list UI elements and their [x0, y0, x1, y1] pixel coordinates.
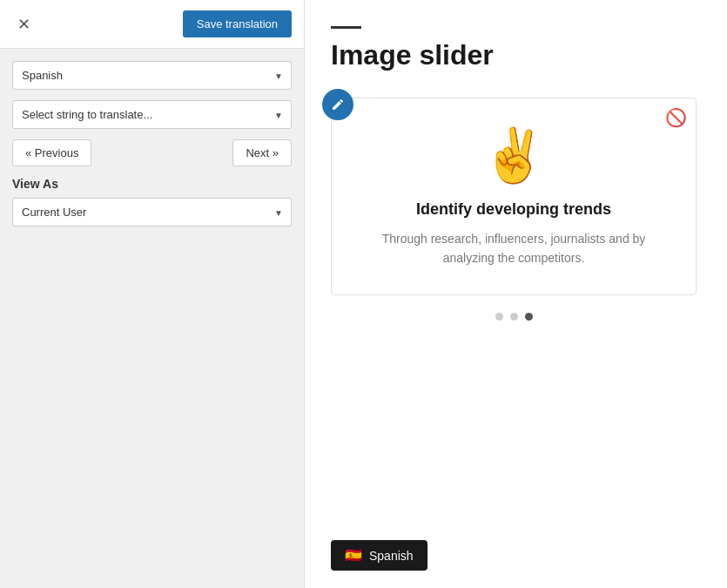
close-button[interactable]: ✕	[12, 13, 36, 36]
string-select[interactable]: Select string to translate...	[12, 100, 292, 129]
no-entry-icon: 🚫	[665, 107, 687, 128]
page-title: Image slider	[331, 39, 701, 71]
language-badge: 🇪🇸 Spanish	[331, 540, 427, 571]
string-select-wrapper: Select string to translate...	[12, 100, 292, 129]
view-as-select[interactable]: Current User Administrator Guest	[12, 198, 292, 226]
slider-container: 🚫 ✌️ Identify developing trends Through …	[331, 98, 697, 321]
top-bar: ✕ Save translation	[0, 0, 304, 49]
dot-1[interactable]	[495, 313, 503, 321]
dot-2[interactable]	[510, 313, 518, 321]
right-panel: Image slider 🚫 ✌️ Identify developing tr…	[305, 0, 727, 588]
edit-slider-button[interactable]	[322, 89, 353, 120]
language-badge-label: Spanish	[369, 549, 414, 563]
flag-icon: 🇪🇸	[345, 547, 362, 564]
view-as-section: View As Current User Administrator Guest	[12, 177, 292, 226]
language-select-wrapper: Spanish French German Italian	[12, 61, 292, 90]
slider-dots	[331, 313, 697, 321]
slide-emoji: ✌️	[367, 125, 661, 186]
slider-card: 🚫 ✌️ Identify developing trends Through …	[331, 98, 697, 295]
language-select[interactable]: Spanish French German Italian	[12, 61, 292, 90]
next-button[interactable]: Next »	[232, 139, 292, 166]
panel-body: Spanish French German Italian Select str…	[0, 49, 304, 239]
pencil-icon	[331, 98, 345, 112]
left-panel: ✕ Save translation Spanish French German…	[0, 0, 305, 588]
slide-title: Identify developing trends	[367, 200, 661, 219]
navigation-buttons: « Previous Next »	[12, 139, 292, 166]
previous-button[interactable]: « Previous	[12, 139, 91, 166]
title-divider	[331, 26, 361, 29]
dot-3[interactable]	[525, 313, 533, 321]
view-as-label: View As	[12, 177, 292, 191]
view-as-select-wrapper: Current User Administrator Guest	[12, 198, 292, 226]
save-translation-button[interactable]: Save translation	[183, 10, 292, 37]
slide-description: Through research, influencers, journalis…	[367, 229, 661, 268]
